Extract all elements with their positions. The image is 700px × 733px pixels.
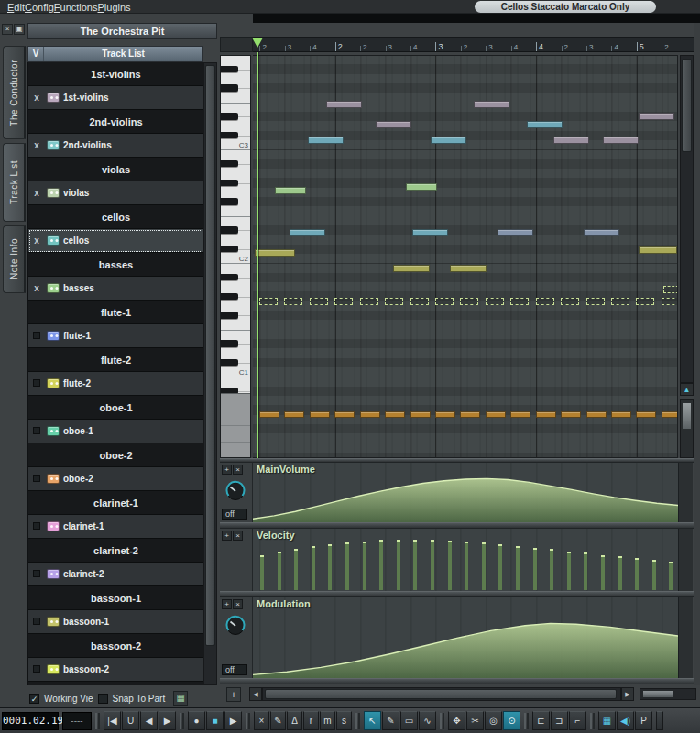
working-view-checkbox[interactable]: ✓ bbox=[29, 694, 39, 704]
midi-note[interactable] bbox=[412, 229, 448, 236]
midi-note[interactable] bbox=[435, 411, 455, 418]
float-panel-button[interactable]: ▣ bbox=[14, 24, 25, 35]
midi-note[interactable] bbox=[284, 298, 302, 305]
track-group-row[interactable]: bassoon-1 bbox=[28, 586, 203, 610]
lane-add-button[interactable]: + bbox=[222, 599, 232, 609]
track-row-violas[interactable]: xviolas bbox=[28, 181, 203, 205]
cut-tool-button[interactable]: ✂ bbox=[466, 711, 484, 730]
play-button[interactable]: ▶ bbox=[224, 711, 242, 730]
lane-value[interactable]: off bbox=[222, 664, 247, 675]
velocity-bar[interactable] bbox=[550, 549, 553, 590]
lane-splitter[interactable] bbox=[220, 522, 694, 529]
eraser-tool-button[interactable]: ▭ bbox=[400, 711, 418, 730]
midi-note[interactable] bbox=[460, 411, 480, 418]
toolbar-handle[interactable] bbox=[246, 713, 250, 729]
rewind-button[interactable]: ◀ bbox=[140, 711, 158, 730]
mute-cell[interactable] bbox=[30, 331, 43, 341]
punch-out-button[interactable]: ⊐ bbox=[551, 711, 568, 730]
track-row-bassoon-2[interactable]: bassoon-2 bbox=[28, 658, 203, 682]
velocity-bar[interactable] bbox=[584, 552, 587, 590]
velocity-bar[interactable] bbox=[533, 548, 537, 590]
midi-note[interactable] bbox=[284, 411, 304, 418]
lane-close-button[interactable]: × bbox=[233, 465, 243, 475]
track-row-2nd-violins[interactable]: x2nd-violins bbox=[28, 134, 203, 158]
speaker-button[interactable]: ◀) bbox=[617, 711, 634, 730]
line-tool-button[interactable]: ∿ bbox=[419, 711, 436, 730]
snap-to-part-checkbox[interactable] bbox=[98, 694, 108, 704]
midi-note[interactable] bbox=[486, 298, 504, 305]
velocity-bar[interactable] bbox=[312, 546, 315, 590]
lane-add-button[interactable]: + bbox=[222, 531, 232, 541]
velocity-bar[interactable] bbox=[413, 540, 417, 590]
track-group-row[interactable]: clarinet-2 bbox=[28, 539, 203, 563]
stop-button[interactable]: ■ bbox=[206, 711, 224, 730]
side-tab-the-conductor[interactable]: The Conductor bbox=[3, 46, 26, 139]
piano-keyboard[interactable]: C3C2C1 bbox=[220, 55, 251, 458]
toolbar-handle[interactable] bbox=[95, 713, 100, 729]
midi-note[interactable] bbox=[406, 183, 437, 191]
track-row-cellos[interactable]: xcellos bbox=[28, 229, 203, 253]
midi-note[interactable] bbox=[360, 298, 378, 305]
velocity-bar[interactable] bbox=[652, 560, 656, 590]
toolbar-handle[interactable] bbox=[590, 713, 595, 729]
record-button[interactable]: ● bbox=[188, 711, 205, 730]
track-group-row[interactable]: flute-1 bbox=[28, 301, 203, 324]
black-key[interactable] bbox=[221, 132, 238, 138]
midi-note[interactable] bbox=[290, 229, 325, 236]
midi-note[interactable] bbox=[611, 411, 631, 418]
mute-cell[interactable]: x bbox=[30, 235, 43, 246]
mute-checkbox[interactable] bbox=[33, 618, 40, 625]
lane-splitter[interactable] bbox=[220, 591, 694, 597]
partial-button[interactable] bbox=[656, 711, 663, 730]
track-row-oboe-1[interactable]: oboe-1 bbox=[28, 420, 203, 443]
velocity-bar[interactable] bbox=[345, 542, 349, 590]
black-key[interactable] bbox=[221, 246, 238, 252]
track-group-row[interactable]: violas bbox=[28, 158, 203, 181]
track-group-row[interactable]: oboe-2 bbox=[28, 443, 203, 467]
midi-note[interactable] bbox=[498, 229, 533, 236]
midi-note[interactable] bbox=[636, 298, 654, 305]
zoom-slider[interactable] bbox=[640, 688, 696, 700]
track-row-1st-violins[interactable]: x1st-violins bbox=[28, 86, 203, 110]
mute-cell[interactable] bbox=[30, 378, 43, 388]
midi-note[interactable] bbox=[308, 137, 344, 144]
black-key[interactable] bbox=[221, 226, 238, 233]
black-key[interactable] bbox=[221, 84, 238, 91]
lane-content[interactable]: Velocity bbox=[253, 529, 678, 591]
mute-checkbox[interactable] bbox=[33, 427, 40, 434]
midi-note[interactable] bbox=[410, 411, 431, 418]
velocity-bar[interactable] bbox=[567, 552, 571, 590]
midi-note[interactable] bbox=[334, 298, 353, 305]
midi-note[interactable] bbox=[603, 137, 639, 144]
black-key[interactable] bbox=[221, 160, 238, 167]
midi-note[interactable] bbox=[662, 298, 678, 305]
midi-note[interactable] bbox=[611, 298, 629, 305]
horizontal-scrollbar[interactable] bbox=[262, 687, 621, 701]
black-key[interactable] bbox=[221, 180, 238, 186]
track-row-bassoon-1[interactable]: bassoon-1 bbox=[28, 610, 203, 634]
mute-cell[interactable] bbox=[30, 569, 43, 579]
mute-cell[interactable] bbox=[30, 474, 43, 484]
lane-close-button[interactable]: × bbox=[233, 531, 243, 541]
black-key[interactable] bbox=[221, 312, 238, 318]
grid-toggle-button[interactable]: ▦ bbox=[598, 711, 616, 730]
punch-in-button[interactable]: ⊏ bbox=[532, 711, 550, 730]
mute-cell[interactable]: x bbox=[30, 140, 43, 150]
menu-item-functions[interactable]: Functions bbox=[54, 2, 98, 13]
side-tab-track-list[interactable]: Track List bbox=[3, 143, 26, 222]
close-panel-button[interactable]: × bbox=[2, 24, 13, 35]
track-group-row[interactable]: 1st-violins bbox=[28, 62, 203, 86]
midi-note[interactable] bbox=[450, 265, 487, 272]
velocity-bar[interactable] bbox=[448, 541, 452, 590]
midi-note[interactable] bbox=[561, 411, 581, 418]
velocity-bar[interactable] bbox=[328, 544, 332, 590]
glue-tool-button[interactable]: ◎ bbox=[485, 711, 502, 730]
midi-note[interactable] bbox=[310, 298, 328, 305]
velocity-bar[interactable] bbox=[465, 542, 468, 590]
track-row-oboe-2[interactable]: oboe-2 bbox=[28, 467, 203, 491]
step-p-button[interactable]: P bbox=[635, 711, 652, 730]
black-key[interactable] bbox=[221, 359, 238, 366]
lane-value[interactable]: off bbox=[222, 509, 247, 520]
velocity-bar[interactable] bbox=[363, 542, 366, 590]
track-group-row[interactable]: basses bbox=[28, 253, 203, 277]
